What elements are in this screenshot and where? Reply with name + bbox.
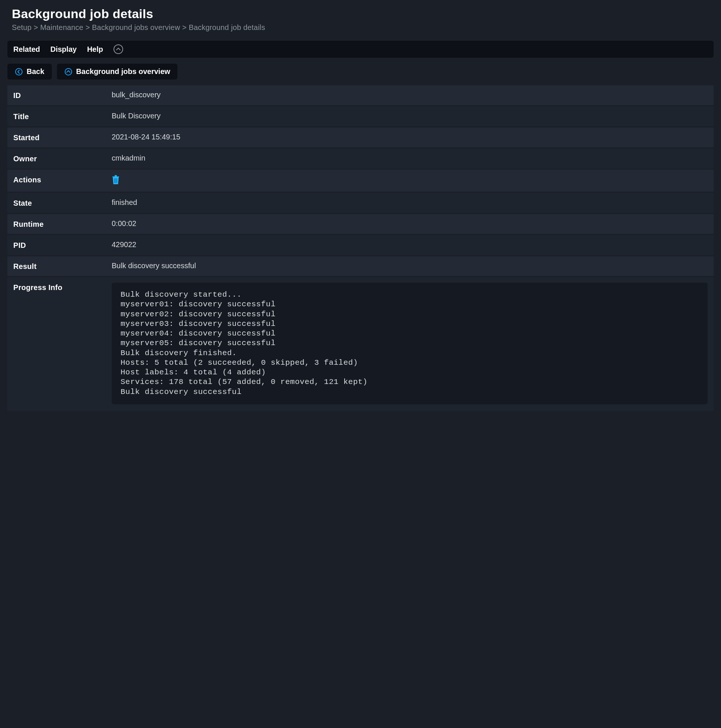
page-title: Background job details (12, 7, 709, 21)
svg-rect-4 (116, 178, 117, 183)
svg-rect-2 (114, 178, 115, 183)
overview-button-label: Background jobs overview (76, 67, 170, 76)
value-owner: cmkadmin (112, 154, 708, 162)
menu-item-display[interactable]: Display (50, 45, 76, 54)
overview-button[interactable]: Background jobs overview (57, 64, 178, 80)
value-result: Bulk discovery successful (112, 262, 708, 270)
row-runtime: Runtime 0:00:02 (8, 214, 713, 234)
label-progress: Progress Info (13, 283, 112, 404)
label-actions: Actions (13, 175, 112, 184)
value-title: Bulk Discovery (112, 112, 708, 120)
row-progress: Progress Info Bulk discovery started... … (8, 277, 713, 411)
back-button-label: Back (27, 67, 44, 76)
label-state: State (13, 198, 112, 208)
svg-rect-3 (115, 178, 116, 183)
back-button[interactable]: Back (8, 64, 52, 80)
value-pid: 429022 (112, 240, 708, 249)
label-started: Started (13, 133, 112, 142)
menu-item-related[interactable]: Related (13, 45, 40, 54)
menubar: Related Display Help (8, 41, 713, 58)
delete-button[interactable] (112, 175, 120, 187)
chevron-up-icon (116, 48, 121, 50)
value-state: finished (112, 198, 708, 207)
label-result: Result (13, 262, 112, 271)
collapse-toggle[interactable] (113, 44, 123, 54)
menu-item-help[interactable]: Help (87, 45, 103, 54)
row-title: Title Bulk Discovery (8, 107, 713, 126)
trash-icon (112, 175, 120, 187)
value-runtime: 0:00:02 (112, 219, 708, 228)
label-id: ID (13, 91, 112, 100)
details-table: ID bulk_discovery Title Bulk Discovery S… (8, 86, 713, 411)
svg-point-0 (15, 69, 22, 75)
value-started: 2021-08-24 15:49:15 (112, 133, 708, 141)
svg-point-1 (65, 69, 72, 75)
arrow-up-circle-icon (64, 68, 72, 76)
row-pid: PID 429022 (8, 235, 713, 255)
label-owner: Owner (13, 154, 112, 163)
arrow-left-circle-icon (15, 68, 23, 76)
label-runtime: Runtime (13, 219, 112, 229)
row-started: Started 2021-08-24 15:49:15 (8, 128, 713, 147)
row-actions: Actions (8, 170, 713, 192)
label-pid: PID (13, 240, 112, 250)
row-owner: Owner cmkadmin (8, 149, 713, 168)
row-state: State finished (8, 193, 713, 213)
breadcrumb: Setup > Maintenance > Background jobs ov… (12, 23, 709, 32)
row-id: ID bulk_discovery (8, 86, 713, 105)
row-result: Result Bulk discovery successful (8, 256, 713, 276)
value-id: bulk_discovery (112, 91, 708, 99)
label-title: Title (13, 112, 112, 121)
progress-log: Bulk discovery started... myserver01: di… (112, 283, 708, 404)
